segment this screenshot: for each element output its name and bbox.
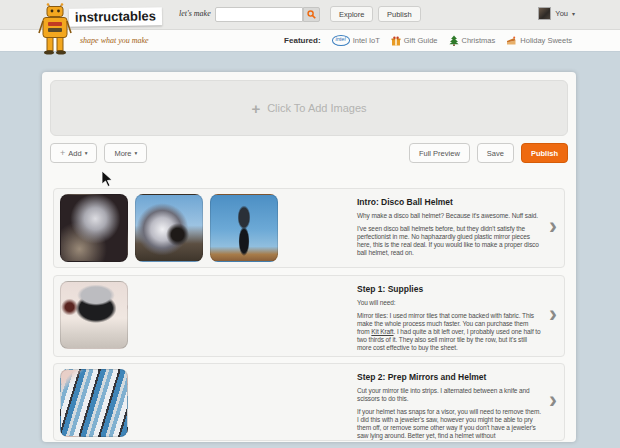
add-images-dropzone[interactable]: + Click To Add Images [50, 80, 568, 136]
publish-nav-button[interactable]: Publish [378, 6, 421, 22]
editor-toolbar: + Add ▾ More ▾ Full Preview Save Publish [50, 143, 568, 163]
step-text-intro: Intro: Disco Ball Helmet Why make a disc… [357, 197, 542, 262]
gift-icon [391, 36, 401, 46]
add-button[interactable]: + Add ▾ [50, 143, 97, 163]
mouse-cursor [101, 170, 113, 188]
logo-text: instructables [75, 8, 156, 24]
user-menu-label: You [555, 9, 568, 18]
caret-down-icon: ▾ [572, 10, 575, 17]
plus-icon: + [251, 100, 260, 117]
featured-link-holiday-sweets[interactable]: Holiday Sweets [506, 36, 572, 46]
explore-button[interactable]: Explore [330, 6, 373, 22]
step-title: Intro: Disco Ball Helmet [357, 197, 542, 207]
search-label: let's make [179, 9, 211, 18]
save-button[interactable]: Save [477, 143, 514, 163]
robot-mascot-icon[interactable] [36, 3, 76, 55]
steps-list: Intro: Disco Ball Helmet Why make a disc… [53, 188, 565, 441]
instructables-logo[interactable]: instructables [69, 7, 162, 27]
plus-icon: + [60, 148, 65, 158]
tagline: shape what you make [80, 36, 149, 45]
top-navbar: instructables let's make Explore Publish… [0, 0, 620, 30]
chevron-right-icon[interactable]: › [549, 302, 557, 326]
featured-bar: shape what you make Featured: intel Inte… [0, 30, 620, 52]
dropzone-label: Click To Add Images [267, 102, 366, 114]
featured-links: Featured: intel Intel IoT Gift Guide Chr… [284, 35, 620, 46]
full-preview-button[interactable]: Full Preview [409, 143, 470, 163]
search-button[interactable] [303, 7, 320, 22]
user-menu[interactable]: You ▾ [538, 7, 575, 20]
step-thumbnail-disco-helmet-golden-gate[interactable] [135, 194, 203, 262]
editor-card: + Click To Add Images + Add ▾ More ▾ Ful… [42, 72, 576, 442]
caret-down-icon: ▾ [85, 150, 88, 156]
step-text-prep-mirrors: Step 2: Prep Mirrors and Helmet Cut your… [357, 372, 542, 445]
avatar [538, 7, 551, 20]
featured-link-gift-guide[interactable]: Gift Guide [391, 36, 438, 46]
step-paragraph: If your helmet has snaps for a visor, yo… [357, 408, 542, 440]
magnifier-icon [307, 10, 316, 19]
step-title: Step 1: Supplies [357, 284, 542, 294]
step-paragraph: Cut your mirror tile into strips. I alte… [357, 387, 542, 403]
step-paragraph: I've seen disco ball helmets before, but… [357, 225, 542, 257]
publish-button[interactable]: Publish [521, 143, 568, 163]
step-text-supplies: Step 1: Supplies You will need: Mirror t… [357, 284, 542, 357]
featured-label: Featured: [284, 36, 320, 45]
step-paragraph: You will need: [357, 299, 542, 307]
more-button[interactable]: More ▾ [104, 143, 147, 163]
chevron-right-icon[interactable]: › [549, 388, 557, 412]
intel-logo-icon: intel [332, 35, 350, 46]
step-title: Step 2: Prep Mirrors and Helmet [357, 372, 542, 382]
cake-slice-icon [506, 36, 517, 46]
featured-link-christmas[interactable]: Christmas [449, 35, 496, 46]
kit-kraft-link[interactable]: Kit Kraft [371, 328, 393, 335]
featured-link-intel-iot[interactable]: intel Intel IoT [332, 35, 380, 46]
step-row-supplies[interactable]: Step 1: Supplies You will need: Mirror t… [53, 275, 565, 357]
step-row-intro[interactable]: Intro: Disco Ball Helmet Why make a disc… [53, 188, 565, 268]
step-paragraph: Mirror tiles: I used mirror tiles that c… [357, 312, 542, 352]
search-input[interactable] [215, 7, 303, 22]
step-paragraph: Why make a disco ball helmet? Because it… [357, 212, 542, 220]
chevron-right-icon[interactable]: › [549, 214, 557, 238]
caret-down-icon: ▾ [134, 150, 137, 156]
step-thumbnail-disco-helmet-portrait[interactable] [60, 194, 128, 262]
step-row-prep-mirrors[interactable]: Step 2: Prep Mirrors and Helmet Cut your… [53, 363, 565, 441]
christmas-tree-icon [449, 35, 459, 46]
step-thumbnail-helmet-supplies[interactable] [60, 281, 128, 349]
step-thumbnail-mirror-strips[interactable] [60, 369, 128, 437]
step-thumbnail-person-standing[interactable] [210, 194, 278, 262]
